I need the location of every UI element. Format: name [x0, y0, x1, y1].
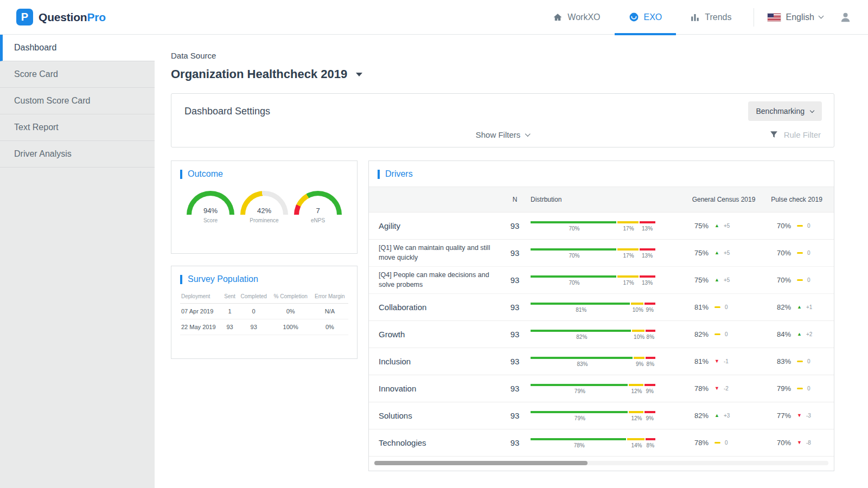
- funnel-icon: [769, 130, 778, 139]
- driver-general-census: 78%0: [678, 439, 769, 447]
- metric-delta: 0: [725, 440, 728, 446]
- show-filters-label: Show Filters: [476, 130, 521, 139]
- dist-label-favorable: 83%: [577, 361, 588, 367]
- trend-flat-icon: [714, 306, 720, 308]
- dist-label-unfavorable: 13%: [642, 226, 653, 232]
- driver-general-census: 78%▼-2: [678, 384, 769, 393]
- trend-flat-icon: [797, 252, 803, 254]
- dist-label-neutral: 10%: [634, 334, 644, 340]
- metric-delta: +1: [806, 304, 812, 310]
- survey-cell: 1: [222, 304, 238, 319]
- dist-label-favorable: 70%: [569, 226, 579, 232]
- us-flag-icon: [767, 13, 781, 22]
- driver-row[interactable]: Inclusion9383%9%8%81%▼-183%0: [369, 348, 834, 375]
- rule-filter-button[interactable]: Rule Filter: [769, 130, 821, 139]
- nav-item-label: WorkXO: [567, 12, 600, 22]
- survey-table: DeploymentSentCompleted% CompletionError…: [180, 290, 348, 335]
- dist-label-unfavorable: 8%: [647, 442, 654, 448]
- driver-row[interactable]: [Q1] We can maintain quality and still m…: [369, 240, 834, 267]
- driver-pulse-check: 83%0: [769, 357, 824, 365]
- driver-name: Innovation: [379, 384, 499, 393]
- driver-name: Technologies: [379, 438, 499, 447]
- chevron-down-icon: [525, 131, 531, 137]
- driver-row[interactable]: Collaboration9381%10%9%81%082%▲+1: [369, 294, 834, 321]
- horizontal-scrollbar-track[interactable]: [374, 461, 828, 465]
- trend-down-icon: ▼: [797, 440, 802, 445]
- metric-delta: -8: [806, 440, 811, 446]
- driver-row[interactable]: [Q4] People can make decisions and solve…: [369, 267, 834, 294]
- sidebar-item-custom-score-card[interactable]: Custom Score Card: [0, 88, 155, 114]
- metric-delta: -1: [724, 358, 729, 364]
- survey-cell: 0%: [311, 319, 348, 335]
- metric-delta: +3: [724, 413, 730, 419]
- driver-row[interactable]: Agility9370%17%13%75%▲+570%0: [369, 213, 834, 240]
- trend-up-icon: ▲: [714, 251, 719, 255]
- driver-name: [Q1] We can maintain quality and still m…: [379, 243, 499, 262]
- survey-row: 22 May 20199393100%0%: [180, 319, 348, 335]
- cards-grid: Outcome 94%Score42%Prominence7eNPS Surve…: [171, 160, 834, 471]
- benchmarking-button[interactable]: Benchmarking: [748, 101, 822, 121]
- dist-label-neutral: 12%: [631, 415, 642, 421]
- survey-col-header: Sent: [222, 290, 238, 304]
- dist-label-neutral: 9%: [636, 361, 643, 367]
- nav-item-exo[interactable]: EXO: [615, 0, 676, 35]
- language-selector[interactable]: English: [767, 12, 823, 22]
- sidebar-item-label: Dashboard: [14, 43, 56, 52]
- driver-row[interactable]: Technologies9378%14%8%78%070%▼-8: [369, 429, 834, 457]
- metric-value: 75%: [694, 276, 710, 284]
- questionpro-logo[interactable]: P QuestionPro: [16, 9, 106, 25]
- show-filters-toggle[interactable]: Show Filters: [476, 130, 530, 139]
- sidebar-item-dashboard[interactable]: Dashboard: [0, 35, 155, 61]
- driver-pulse-check: 77%▼-3: [769, 412, 824, 420]
- nav-item-trends[interactable]: Trends: [676, 0, 745, 35]
- outcome-card-title: Outcome: [171, 161, 357, 183]
- rule-filter-label: Rule Filter: [784, 130, 821, 139]
- survey-row: 07 Apr 2019100%N/A: [180, 304, 348, 319]
- sidebar-item-label: Score Card: [14, 69, 58, 79]
- trend-down-icon: ▼: [714, 359, 719, 364]
- survey-col-header: Error Margin: [311, 290, 348, 304]
- dist-label-neutral: 17%: [623, 253, 634, 259]
- driver-general-census: 82%▲+3: [678, 412, 769, 420]
- sidebar-item-label: Driver Analysis: [14, 149, 72, 158]
- exo-icon: [629, 12, 639, 22]
- sidebar-item-driver-analysis[interactable]: Driver Analysis: [0, 141, 155, 168]
- metric-delta: 0: [807, 277, 810, 283]
- dist-label-neutral: 17%: [623, 226, 634, 232]
- trend-up-icon: ▲: [714, 278, 719, 282]
- dist-label-unfavorable: 9%: [646, 415, 653, 421]
- gauge-arc: 7: [294, 191, 342, 215]
- nav-item-workxo[interactable]: WorkXO: [539, 0, 614, 35]
- data-source-dropdown[interactable]: Organization Healthcheck 2019: [171, 67, 834, 81]
- metric-delta: -2: [724, 386, 729, 391]
- metric-delta: +2: [806, 331, 812, 337]
- driver-row[interactable]: Solutions9379%12%9%82%▲+377%▼-3: [369, 402, 834, 429]
- user-avatar-icon[interactable]: [839, 11, 852, 23]
- benchmarking-label: Benchmarking: [756, 107, 805, 115]
- outcome-card: Outcome 94%Score42%Prominence7eNPS: [171, 160, 358, 254]
- driver-row[interactable]: Innovation9379%12%9%78%▼-279%0: [369, 375, 834, 402]
- sidebar-item-score-card[interactable]: Score Card: [0, 61, 155, 88]
- driver-distribution-bar: 79%12%9%: [531, 408, 655, 423]
- survey-cell: 93: [222, 319, 238, 335]
- driver-row[interactable]: Growth9382%10%8%82%084%▲+2: [369, 321, 834, 348]
- driver-n-value: 93: [499, 221, 531, 230]
- dist-label-favorable: 82%: [576, 334, 587, 340]
- driver-distribution-bar: 70%17%13%: [531, 219, 655, 234]
- settings-title: Dashboard Settings: [184, 106, 270, 117]
- trend-up-icon: ▲: [797, 332, 802, 337]
- sidebar-item-text-report[interactable]: Text Report: [0, 114, 155, 141]
- drivers-col-n: N: [499, 196, 531, 203]
- gauge-arc: 42%: [240, 191, 288, 215]
- dist-label-unfavorable: 9%: [646, 307, 653, 313]
- drivers-header: NDistrbutionGeneral Census 2019Pulse che…: [369, 187, 834, 213]
- drivers-card-title: Drivers: [369, 161, 834, 183]
- metric-value: 78%: [694, 439, 710, 447]
- gauge-value: 94%: [187, 207, 234, 215]
- trend-flat-icon: [797, 279, 803, 281]
- horizontal-scrollbar-thumb[interactable]: [374, 461, 588, 465]
- nav-item-label: EXO: [644, 12, 662, 22]
- sidebar-item-label: Text Report: [14, 123, 59, 132]
- survey-title-text: Survey Population: [188, 274, 258, 284]
- trend-up-icon: ▲: [714, 223, 719, 228]
